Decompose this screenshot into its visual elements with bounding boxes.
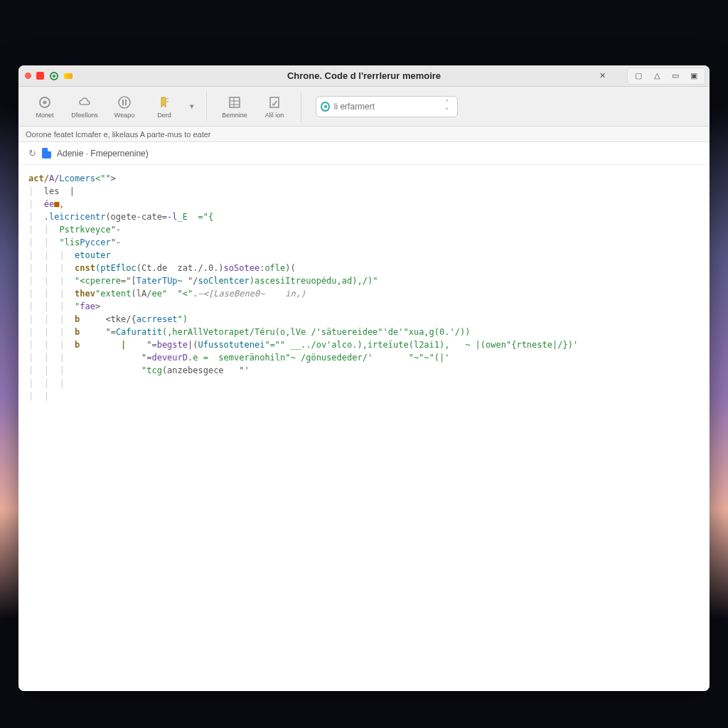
breadcrumb: ↻ Adenie · Fmepernenine) [18, 142, 710, 165]
grid-icon [227, 95, 242, 110]
toolbar-group-1: Monet Dfeellons Weapo Derd ▾ [26, 92, 207, 122]
reload-icon[interactable]: ↻ [28, 148, 36, 159]
code-line: | | | "<cperere="[TaterTUp~ "/soClentcer… [28, 274, 700, 287]
toolbar-button-alilion[interactable]: Alil ion [255, 92, 294, 122]
code-line: | | | b "=Cafuratit(,herAllVetorapet/Tér… [28, 326, 700, 338]
code-editor[interactable]: act/A/Lcomers<"">| les || ée■,| .leicric… [18, 165, 710, 691]
svg-point-2 [119, 97, 130, 108]
titlebar: Chrone. Code d l'rerrlerur memoire ✕ ▢ △… [18, 65, 710, 87]
file-icon [42, 148, 51, 159]
code-line: | | [28, 390, 700, 402]
search-input[interactable] [334, 102, 441, 112]
search-field[interactable]: ˅ ˄ [316, 96, 458, 117]
toolbar-button-weapo[interactable]: Weapo [105, 92, 144, 122]
svg-rect-4 [125, 100, 127, 105]
toolbar: Monet Dfeellons Weapo Derd ▾ Bemnine [18, 87, 710, 127]
code-line: | | | thev"extent(lA/ee" "<".—<[LaseBene… [28, 287, 700, 300]
stop-icon[interactable] [36, 72, 44, 80]
code-line: | .leicricentr(ogete-cate=-l_E ="{ [28, 210, 700, 223]
code-line: | les | [28, 185, 700, 198]
code-line: | | | etouter [28, 249, 700, 262]
tool-icon-3[interactable]: ▭ [668, 70, 683, 82]
code-line: | | | [28, 377, 700, 390]
code-line: | | | cnst(ptEfloc(Ct.de zat./.0.)soSote… [28, 262, 700, 274]
tool-icon-1[interactable]: ▢ [631, 70, 646, 82]
close-icon[interactable] [26, 73, 31, 78]
toolbar-button-derd[interactable]: Derd [145, 92, 183, 122]
target-icon [37, 95, 53, 110]
status-strip: Oorone featet lcmafer e, likelaus A part… [18, 127, 710, 142]
status-text: Oorone featet lcmafer e, likelaus A part… [26, 130, 210, 139]
tool-icon-4[interactable]: ▣ [686, 70, 702, 82]
search-container: ˅ ˄ [316, 96, 465, 117]
cloud-icon [77, 95, 92, 110]
code-line: | | | b | "=begste|(Ufussotutenei"="" __… [28, 338, 700, 351]
bookmark-icon [156, 95, 172, 110]
close-window-icon[interactable]: ✕ [594, 70, 610, 82]
toolbar-dropdown[interactable]: ▾ [185, 92, 199, 122]
svg-rect-11 [270, 97, 279, 107]
svg-rect-3 [122, 100, 124, 105]
tool-icon-2[interactable]: △ [649, 70, 665, 82]
window-controls: ✕ ▢ △ ▭ ▣ [594, 68, 705, 85]
search-icon [321, 102, 330, 112]
toolbar-button-bemnine[interactable]: Bemnine [215, 92, 254, 122]
code-line: | | | "fae> [28, 300, 700, 313]
record-icon[interactable] [50, 72, 58, 80]
traffic-lights [18, 72, 73, 80]
code-line: | | | "tcg(anzebesgece "' [28, 364, 700, 377]
pause-icon [117, 95, 132, 110]
app-window: Chrone. Code d l'rerrlerur memoire ✕ ▢ △… [18, 65, 710, 691]
status-icon [64, 73, 73, 79]
toolbar-group-2: Bemnine Alil ion [215, 92, 301, 122]
code-line: act/A/Lcomers<""> [28, 172, 700, 185]
code-line: | | | b <tke/{acrreset") [28, 313, 700, 326]
code-line: | | Pstrkveyce"- [28, 223, 700, 236]
toolbar-button-monet[interactable]: Monet [26, 92, 64, 122]
code-line: | | | "=deveurD.e = semveränohiln"~ /gön… [28, 351, 700, 364]
search-nav[interactable]: ˅ ˄ [445, 99, 453, 114]
code-line: | | "lisPyccer"- [28, 236, 700, 249]
svg-point-1 [43, 100, 47, 104]
doc-icon [267, 95, 282, 110]
svg-rect-7 [230, 97, 240, 107]
code-line: | ée■, [28, 198, 700, 210]
toolbar-button-dfeellons[interactable]: Dfeellons [65, 92, 104, 122]
breadcrumb-file[interactable]: Adenie · Fmepernenine) [57, 149, 149, 159]
